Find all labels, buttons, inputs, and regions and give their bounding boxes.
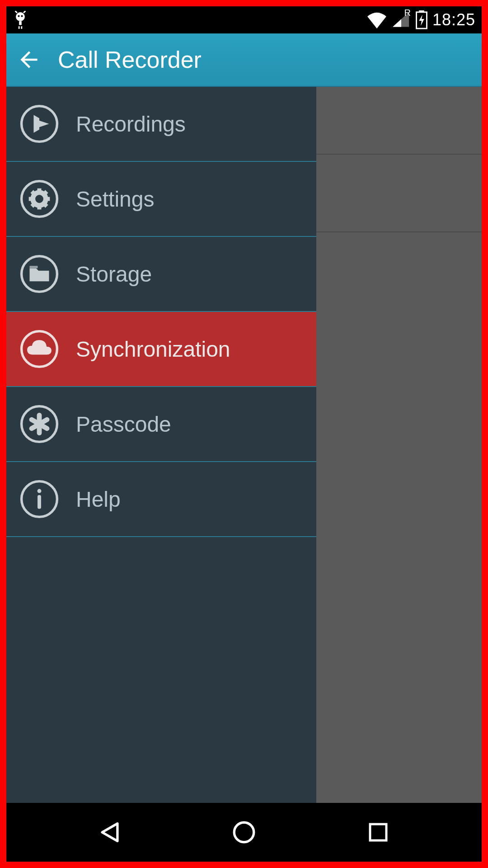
svg-rect-9 bbox=[419, 10, 424, 13]
status-right: R 18:25 bbox=[366, 10, 475, 29]
nav-back-button[interactable] bbox=[92, 814, 128, 850]
sidebar-item-recordings[interactable]: Recordings bbox=[6, 87, 316, 162]
svg-line-18 bbox=[44, 204, 47, 206]
svg-line-17 bbox=[32, 192, 34, 194]
svg-point-1 bbox=[18, 15, 19, 17]
sidebar-item-label: Recordings bbox=[76, 112, 186, 137]
gear-icon bbox=[20, 179, 59, 218]
sidebar-item-synchronization[interactable]: Synchronization bbox=[6, 312, 316, 387]
navigation-drawer: Recordings bbox=[6, 87, 316, 803]
info-icon bbox=[20, 480, 59, 519]
status-bar: R 18:25 bbox=[6, 6, 482, 33]
battery-charging-icon bbox=[415, 10, 428, 29]
device-frame: R 18:25 Call Recorder bbox=[0, 0, 488, 868]
sidebar-item-help[interactable]: Help bbox=[6, 462, 316, 537]
svg-rect-5 bbox=[19, 21, 22, 25]
svg-point-0 bbox=[16, 12, 25, 21]
divider bbox=[316, 231, 482, 232]
play-icon bbox=[20, 104, 59, 143]
sidebar-item-storage[interactable]: Storage bbox=[6, 237, 316, 312]
sidebar-item-settings[interactable]: Settings bbox=[6, 162, 316, 237]
device-screen: R 18:25 Call Recorder bbox=[6, 6, 482, 862]
content-area: Recordings bbox=[6, 87, 482, 803]
wifi-icon bbox=[366, 11, 387, 28]
status-left bbox=[13, 11, 28, 29]
asterisk-icon bbox=[20, 405, 59, 443]
svg-point-11 bbox=[22, 181, 57, 217]
debug-icon bbox=[13, 11, 28, 29]
divider bbox=[316, 154, 482, 155]
nav-home-button[interactable] bbox=[226, 814, 262, 850]
sidebar-item-label: Storage bbox=[76, 262, 152, 287]
system-nav-bar bbox=[6, 803, 482, 862]
svg-rect-22 bbox=[30, 266, 38, 268]
svg-line-20 bbox=[44, 192, 47, 194]
page-title: Call Recorder bbox=[58, 46, 202, 73]
svg-point-2 bbox=[21, 15, 23, 17]
content-scrim[interactable] bbox=[316, 87, 482, 803]
sidebar-item-passcode[interactable]: Passcode bbox=[6, 387, 316, 462]
svg-line-19 bbox=[32, 204, 34, 206]
action-bar: Call Recorder bbox=[6, 33, 482, 87]
cloud-icon bbox=[20, 330, 59, 368]
svg-line-4 bbox=[23, 11, 25, 13]
status-time: 18:25 bbox=[432, 10, 475, 29]
back-button[interactable] bbox=[14, 45, 43, 74]
svg-point-29 bbox=[38, 489, 42, 493]
roaming-indicator: R bbox=[404, 8, 410, 18]
svg-rect-32 bbox=[370, 824, 386, 840]
svg-line-3 bbox=[15, 11, 17, 13]
cell-signal-icon: R bbox=[392, 11, 411, 28]
sidebar-item-label: Settings bbox=[76, 187, 154, 212]
folder-icon bbox=[20, 255, 59, 293]
svg-rect-30 bbox=[38, 495, 41, 509]
nav-recent-button[interactable] bbox=[360, 814, 396, 850]
sidebar-item-label: Help bbox=[76, 487, 121, 512]
sidebar-item-label: Synchronization bbox=[76, 337, 230, 362]
svg-point-12 bbox=[33, 193, 46, 206]
svg-point-31 bbox=[234, 822, 254, 842]
sidebar-item-label: Passcode bbox=[76, 412, 171, 437]
